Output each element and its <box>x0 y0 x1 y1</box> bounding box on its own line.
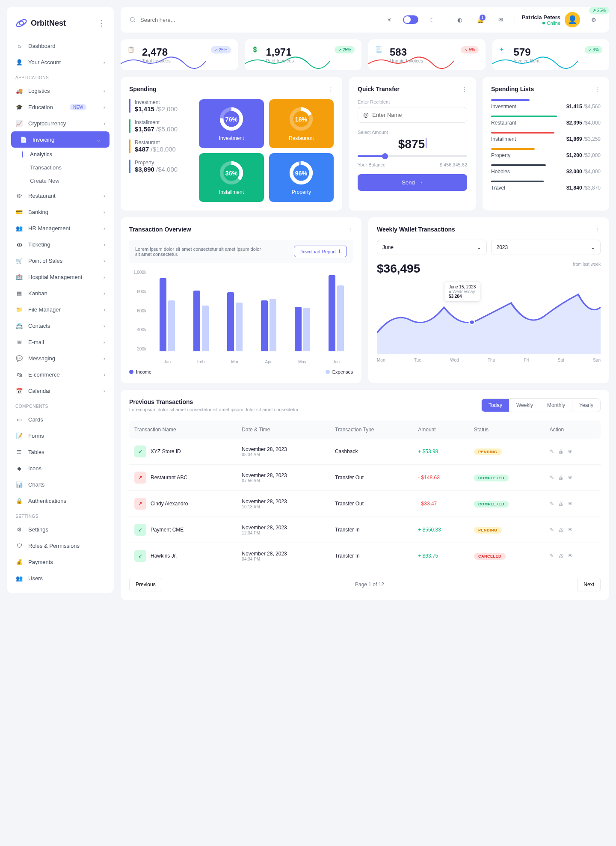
avatar: 👤 <box>565 12 580 27</box>
spending-lists-card: Spending Lists ⋮ Investment$1,415 /$4,56… <box>483 77 609 211</box>
edit-icon[interactable]: ✎ <box>550 527 554 533</box>
download-report-button[interactable]: Download Report ⬇ <box>294 246 347 257</box>
view-icon[interactable]: 👁 <box>568 501 573 507</box>
month-select[interactable]: June⌄ <box>377 240 487 255</box>
sidebar-item-icons[interactable]: ◆ Icons <box>7 460 114 476</box>
print-icon[interactable]: 🖨 <box>558 527 563 533</box>
year-select[interactable]: 2023⌄ <box>491 240 601 255</box>
sidebar-item-e-mail[interactable]: ✉ E-mail › <box>7 334 114 350</box>
view-icon[interactable]: 👁 <box>568 527 573 533</box>
nav-icon: ◆ <box>15 464 23 472</box>
card-menu-icon[interactable]: ⋮ <box>462 86 467 92</box>
nav-label: Point of Sales <box>28 258 62 264</box>
print-icon[interactable]: 🖨 <box>558 553 563 559</box>
tab-weekly[interactable]: Weekly <box>509 399 540 412</box>
user-menu[interactable]: Patricia Peters Online 👤 <box>522 12 580 27</box>
sidebar-item-hospital-management[interactable]: 🏥 Hospital Management › <box>7 269 114 285</box>
card-menu-icon[interactable]: ⋮ <box>347 226 353 233</box>
to-note: Lorem ipsum dolor sit amet consectetur s… <box>135 246 262 257</box>
weekly-wallet-card: Weekly Wallet Transactions ⋮ June⌄ 2023⌄… <box>368 217 609 383</box>
sidebar-item-cards[interactable]: ▭ Cards <box>7 411 114 427</box>
sidebar-item-education[interactable]: 🎓 Education NEW › <box>7 99 114 115</box>
sidebar-item-contacts[interactable]: 📇 Contacts › <box>7 318 114 334</box>
qt-recipient-input[interactable]: @ <box>358 107 467 123</box>
card-menu-icon[interactable]: ⋮ <box>595 86 601 92</box>
edit-icon[interactable]: ✎ <box>550 448 554 454</box>
sidebar-item-authentications[interactable]: 🔒 Authentications <box>7 493 114 509</box>
sub-item-transactions[interactable]: Transactions <box>26 161 114 174</box>
nav-label: Invoicing <box>33 137 54 143</box>
svg-point-15 <box>469 320 475 324</box>
edit-icon[interactable]: ✎ <box>550 475 554 481</box>
pt-sub: Lorem ipsum dolor sit amet consectetur s… <box>129 407 299 412</box>
nav-label: E-mail <box>28 339 44 345</box>
qt-slider[interactable] <box>358 155 467 157</box>
transactions-table: Transaction NameDate & TimeTransaction T… <box>129 421 601 569</box>
search-bar[interactable] <box>129 16 376 23</box>
gear-icon[interactable]: ⚙ <box>587 13 601 27</box>
sidebar-item-file-manager[interactable]: 📁 File Manager › <box>7 301 114 318</box>
nav-icon: 📇 <box>15 322 23 329</box>
sub-item-analytics[interactable]: Analytics <box>26 148 114 161</box>
send-button[interactable]: Send → <box>358 174 467 191</box>
view-icon[interactable]: 👁 <box>568 475 573 481</box>
nav-icon: 🛡 <box>15 542 23 549</box>
tab-monthly[interactable]: Monthly <box>540 399 572 412</box>
nav-icon: ▭ <box>15 416 23 423</box>
nav-icon: 🔒 <box>15 497 23 505</box>
menu-dots-icon[interactable]: ⋮ <box>98 18 105 28</box>
theme-toggle[interactable] <box>403 15 418 24</box>
nav-label: Calendar <box>28 388 51 394</box>
svg-point-0 <box>19 21 23 25</box>
sidebar-item-roles-&-permissions[interactable]: 🛡 Roles & Permissions <box>7 537 114 554</box>
nav-icon: 🛍 <box>15 371 23 378</box>
sidebar-item-users[interactable]: 👥 Users <box>7 570 114 586</box>
prev-button[interactable]: Previous <box>129 578 162 591</box>
edit-icon[interactable]: ✎ <box>550 553 554 559</box>
sidebar-item-messaging[interactable]: 💬 Messaging › <box>7 350 114 366</box>
view-icon[interactable]: 👁 <box>568 553 573 559</box>
nav-label: Settings <box>28 526 48 533</box>
sidebar-item-point-of-sales[interactable]: 🛒 Point of Sales › <box>7 252 114 269</box>
sidebar-item-cryptocurrency[interactable]: 📈 Cryptocurrency › <box>7 115 114 131</box>
ww-sub: from last week <box>573 262 601 267</box>
edit-icon[interactable]: ✎ <box>550 501 554 507</box>
sidebar-item-banking[interactable]: 💳 Banking › <box>7 204 114 220</box>
sidebar-item-dashboard[interactable]: ⌂ Dashboard <box>7 38 114 54</box>
sub-item-create-new[interactable]: Create New <box>26 174 114 187</box>
sidebar-item-invoicing[interactable]: 📄 Invoicing ⌄ <box>11 131 110 148</box>
sidebar-item-settings[interactable]: ⚙ Settings <box>7 521 114 537</box>
bell-icon[interactable]: 🔔1 <box>474 13 487 27</box>
tab-yearly[interactable]: Yearly <box>572 399 600 412</box>
brand-logo[interactable]: OrbitNest ⋮ <box>7 14 114 38</box>
tx-time: 04:34 PM <box>242 557 325 561</box>
sidebar-item-logistics[interactable]: 🚚 Logistics › <box>7 83 114 99</box>
sidebar-item-e-commerce[interactable]: 🛍 E-commerce › <box>7 366 114 383</box>
sidebar-item-ticketing[interactable]: 🎟 Ticketing › <box>7 236 114 252</box>
nav-label: Dashboard <box>28 43 56 49</box>
print-icon[interactable]: 🖨 <box>558 501 563 507</box>
view-icon[interactable]: 👁 <box>568 448 573 454</box>
sidebar-item-payments[interactable]: 💰 Payments <box>7 554 114 570</box>
card-menu-icon[interactable]: ⋮ <box>595 226 601 233</box>
globe-icon[interactable]: ◐ <box>453 13 467 27</box>
sidebar-item-your-account[interactable]: 👤 Your Account › <box>7 54 114 70</box>
sidebar-item-tables[interactable]: ☰ Tables <box>7 444 114 460</box>
print-icon[interactable]: 🖨 <box>558 448 563 454</box>
sidebar-item-charts[interactable]: 📊 Charts <box>7 476 114 493</box>
card-menu-icon[interactable]: ⋮ <box>328 86 334 92</box>
svg-point-1 <box>15 18 27 28</box>
tab-today[interactable]: Today <box>482 399 509 412</box>
sidebar-item-calendar[interactable]: 📅 Calendar › <box>7 383 114 399</box>
next-button[interactable]: Next <box>577 578 601 591</box>
search-input[interactable] <box>140 17 376 23</box>
mail-icon[interactable]: ✉ <box>494 13 508 27</box>
nav-icon: 💰 <box>15 558 23 566</box>
sidebar-item-kanban[interactable]: ▦ Kanban › <box>7 285 114 301</box>
sidebar-item-hr-management[interactable]: 👥 HR Management › <box>7 220 114 236</box>
print-icon[interactable]: 🖨 <box>558 475 563 481</box>
nav-icon: 🍽 <box>15 192 23 199</box>
sidebar-item-restaurant[interactable]: 🍽 Restaurant › <box>7 187 114 204</box>
chevron-right-icon: › <box>104 88 105 94</box>
sidebar-item-forms[interactable]: 📝 Forms <box>7 427 114 444</box>
